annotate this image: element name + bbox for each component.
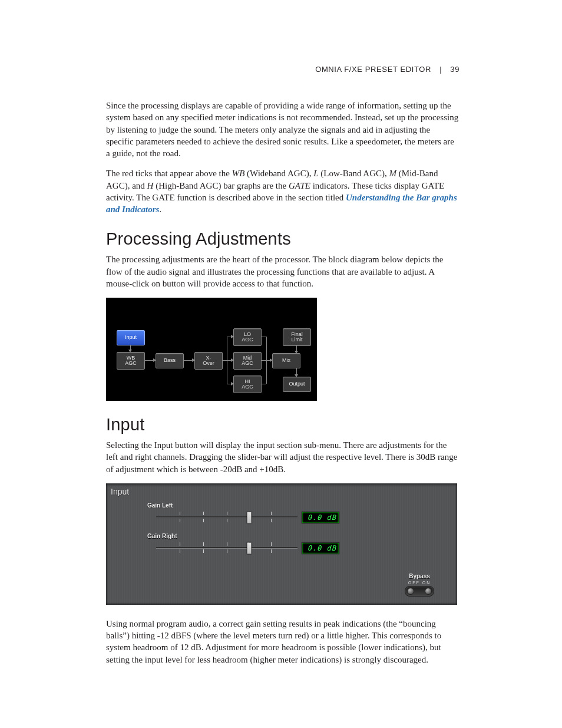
paragraph-input: Selecting the Input button will display …: [106, 439, 459, 475]
heading-input: Input: [106, 415, 459, 434]
arrow: [227, 360, 227, 384]
arrow: [227, 337, 227, 360]
readout-gain-right: 0.0 dB: [302, 542, 339, 554]
node-hi-agc[interactable]: HIAGC: [233, 375, 262, 393]
header-separator: |: [434, 65, 448, 74]
label-off-on: OFF ON: [399, 581, 439, 585]
arrow: [266, 360, 267, 384]
panel-title: Input: [111, 487, 129, 496]
heading-processing-adjustments: Processing Adjustments: [106, 229, 459, 249]
paragraph-processing: The processing adjustments are the heart…: [106, 253, 459, 289]
node-bass[interactable]: Bass: [156, 353, 184, 368]
arrowhead-right-icon: [231, 335, 234, 338]
arrowhead-down-icon: [295, 351, 298, 354]
arrowhead-right-icon: [153, 358, 156, 362]
arrowhead-right-icon: [231, 382, 234, 386]
node-final[interactable]: FinalLimit: [283, 328, 311, 346]
paragraph-gate: The red ticks that appear above the WB (…: [106, 167, 459, 215]
slider-thumb[interactable]: [247, 512, 252, 523]
running-header: OMNIA F/XE PRESET EDITOR | 39: [106, 65, 459, 74]
node-lo-agc[interactable]: LOAGC: [233, 328, 262, 346]
node-input[interactable]: Input: [117, 330, 145, 345]
paragraph-gain-advice: Using normal program audio, a correct ga…: [106, 618, 459, 666]
paragraph-intro: Since the processing displays are capabl…: [106, 100, 459, 159]
label-bypass: Bypass: [399, 573, 439, 579]
arrowhead-right-icon: [270, 358, 273, 362]
arrowhead-right-icon: [192, 358, 195, 362]
arrow: [266, 337, 267, 360]
node-mix[interactable]: Mix: [272, 353, 300, 368]
bypass-toggle[interactable]: [405, 586, 434, 597]
node-mid-agc[interactable]: MidAGC: [233, 352, 262, 370]
header-title: OMNIA F/XE PRESET EDITOR: [315, 65, 431, 74]
arrow: [261, 384, 266, 384]
slider-gain-right[interactable]: [156, 541, 297, 554]
arrow: [261, 337, 266, 337]
slider-track: [156, 547, 297, 548]
slider-gain-left[interactable]: [156, 510, 297, 523]
slider-thumb[interactable]: [247, 542, 252, 554]
label-gain-left: Gain Left: [147, 502, 173, 509]
bypass-control: Bypass OFF ON: [399, 573, 439, 597]
block-diagram: Input WBAGC Bass X-Over LOAGC MidAGC HIA…: [106, 298, 317, 401]
arrowhead-down-icon: [128, 350, 132, 353]
node-xover[interactable]: X-Over: [194, 352, 223, 370]
slider-track: [156, 516, 297, 518]
label-gain-right: Gain Right: [147, 533, 177, 539]
node-wb-agc[interactable]: WBAGC: [117, 352, 145, 370]
node-output[interactable]: Output: [283, 377, 311, 392]
input-panel: Input Gain Left 0.0 dB Gain Right 0.0 dB…: [106, 483, 457, 605]
arrowhead-down-icon: [295, 374, 298, 377]
arrowhead-right-icon: [231, 358, 234, 362]
header-page-number: 39: [450, 65, 459, 74]
readout-gain-left: 0.0 dB: [302, 512, 339, 523]
